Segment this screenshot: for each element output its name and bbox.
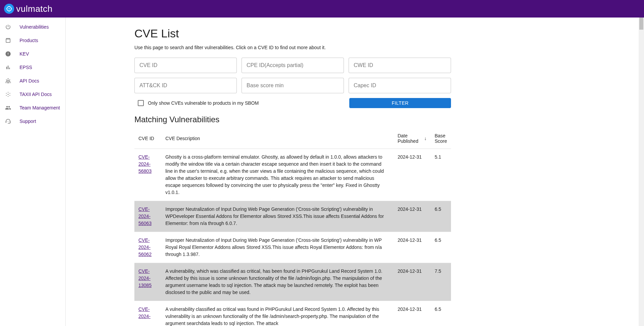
brand-logo[interactable]: vulmatch: [4, 4, 53, 14]
filter-button[interactable]: FILTER: [349, 98, 451, 108]
cpe-id-field: [242, 58, 344, 73]
svg-point-8: [8, 83, 8, 83]
svg-point-10: [9, 82, 10, 82]
bar-chart-icon: [5, 64, 11, 71]
svg-point-17: [9, 95, 10, 96]
svg-point-21: [9, 121, 9, 122]
section-title: Matching Vulnerabilities: [134, 115, 451, 124]
date-cell: 2024-12-31: [393, 232, 430, 263]
cve-id-link[interactable]: CVE-2024-56803: [138, 154, 152, 174]
attack-id-field: [134, 78, 237, 93]
sidebar-item-label: Support: [20, 119, 36, 124]
svg-point-20: [7, 121, 8, 122]
sidebar-item-label: Vulnerabilities: [20, 24, 49, 30]
base-score-field: [242, 78, 344, 93]
score-cell: 6.5: [430, 201, 451, 232]
svg-point-1: [8, 8, 9, 9]
cve-id-link[interactable]: CVE-2024-56062: [138, 237, 152, 257]
capec-id-input[interactable]: [349, 78, 451, 93]
header-date-published[interactable]: Date Published↓: [393, 128, 430, 149]
cve-id-field: [134, 58, 237, 73]
cpe-id-input[interactable]: [242, 58, 344, 73]
attack-id-input[interactable]: [134, 78, 237, 93]
archive-icon: [5, 37, 11, 44]
date-cell: 2024-12-31: [393, 301, 430, 326]
capec-id-field: [349, 78, 451, 93]
sort-desc-icon: ↓: [424, 136, 426, 141]
sbom-checkbox-label: Only show CVEs vulnerable to products in…: [148, 100, 259, 106]
table-row: CVE-2024-56062 Improper Neutralization o…: [134, 232, 451, 263]
table-row: CVE-2024-13085 A vulnerability, which wa…: [134, 263, 451, 301]
people-icon: [5, 104, 11, 111]
header-cve-id[interactable]: CVE ID: [134, 128, 161, 149]
svg-point-16: [6, 95, 7, 96]
table-row: CVE-2024-56803 Ghostty is a cross-platfo…: [134, 149, 451, 201]
score-cell: 6.5: [430, 301, 451, 326]
sidebar-item-epss[interactable]: EPSS: [0, 61, 65, 74]
table-row: CVE-2024- A vulnerability classified as …: [134, 301, 451, 326]
cwe-id-field: [349, 58, 451, 73]
sidebar-item-label: API Docs: [20, 78, 39, 84]
filter-row-2: [134, 78, 451, 93]
sidebar-item-taxii-api-docs[interactable]: TAXII API Docs: [0, 88, 65, 101]
cve-desc-cell: Ghostty is a cross-platform terminal emu…: [161, 149, 393, 201]
alert-icon: [5, 51, 11, 57]
scrollbar-track[interactable]: [639, 0, 644, 326]
app-header: vulmatch: [0, 0, 644, 18]
page-description: Use this page to search and filter vulne…: [134, 45, 451, 50]
date-cell: 2024-12-31: [393, 201, 430, 232]
sidebar-item-api-docs[interactable]: API Docs: [0, 74, 65, 88]
checkbox-icon[interactable]: [138, 100, 144, 106]
cve-id-link[interactable]: CVE-2024-56063: [138, 206, 152, 226]
cve-id-link[interactable]: CVE-2024-13085: [138, 268, 152, 288]
api-icon: [5, 91, 11, 98]
cve-id-input[interactable]: [134, 58, 237, 73]
cve-id-link[interactable]: CVE-2024-: [138, 306, 151, 319]
sidebar-item-label: Team Management: [20, 105, 60, 110]
svg-point-19: [9, 93, 10, 94]
vulnerabilities-table: CVE ID CVE Description Date Published↓ B…: [134, 128, 451, 326]
svg-point-18: [6, 93, 7, 94]
svg-point-7: [8, 78, 8, 79]
score-cell: 7.5: [430, 263, 451, 301]
sidebar-item-label: Products: [20, 38, 38, 43]
svg-point-6: [8, 80, 9, 82]
table-row: CVE-2024-56063 Improper Neutralization o…: [134, 201, 451, 232]
filter-row-1: [134, 58, 451, 73]
header-base-score[interactable]: Base Score: [430, 128, 451, 149]
cve-desc-cell: Improper Neutralization of Input During …: [161, 201, 393, 232]
sidebar-item-products[interactable]: Products: [0, 34, 65, 47]
sidebar: Vulnerabilities Products KEV EPSS API Do…: [0, 18, 66, 326]
cwe-id-input[interactable]: [349, 58, 451, 73]
page-title: CVE List: [134, 27, 451, 40]
sidebar-item-label: KEV: [20, 51, 29, 57]
cve-desc-cell: Improper Neutralization of Input During …: [161, 232, 393, 263]
filter-actions: Only show CVEs vulnerable to products in…: [134, 98, 451, 108]
cve-desc-cell: A vulnerability, which was classified as…: [161, 263, 393, 301]
svg-point-13: [8, 94, 9, 95]
cve-desc-cell: A vulnerability classified as critical w…: [161, 301, 393, 326]
score-cell: 6.5: [430, 232, 451, 263]
sbom-checkbox-wrap[interactable]: Only show CVEs vulnerable to products in…: [134, 100, 259, 106]
main-content: CVE List Use this page to search and fil…: [66, 18, 644, 326]
crosshair-icon: [4, 4, 14, 14]
date-cell: 2024-12-31: [393, 149, 430, 201]
sidebar-item-vulnerabilities[interactable]: Vulnerabilities: [0, 20, 65, 34]
support-icon: [5, 118, 11, 125]
score-cell: 5.1: [430, 149, 451, 201]
svg-point-12: [9, 79, 10, 80]
svg-point-15: [8, 96, 8, 97]
sidebar-item-label: EPSS: [20, 65, 32, 70]
sidebar-item-kev[interactable]: KEV: [0, 47, 65, 61]
date-cell: 2024-12-31: [393, 263, 430, 301]
sidebar-item-label: TAXII API Docs: [20, 92, 52, 97]
sidebar-item-support[interactable]: Support: [0, 115, 65, 128]
brand-name: vulmatch: [16, 4, 53, 14]
header-cve-desc[interactable]: CVE Description: [161, 128, 393, 149]
power-icon: [5, 24, 11, 30]
sidebar-item-team-management[interactable]: Team Management: [0, 101, 65, 115]
svg-point-9: [6, 82, 7, 82]
base-score-input[interactable]: [242, 78, 344, 93]
svg-point-14: [8, 92, 8, 93]
svg-point-11: [6, 79, 7, 80]
